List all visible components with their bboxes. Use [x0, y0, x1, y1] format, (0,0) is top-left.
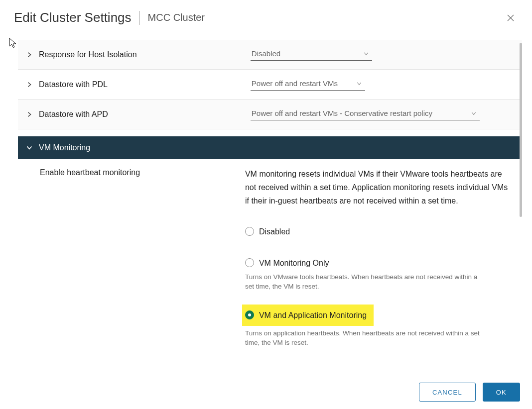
- section-label: Datastore with APD: [39, 110, 108, 119]
- section-datastore-apd: Datastore with APD Power off and restart…: [18, 100, 522, 129]
- section-host-isolation: Response for Host Isolation Disabled: [18, 40, 522, 70]
- select-pdl[interactable]: Power off and restart VMs: [251, 78, 365, 91]
- radio-item-vm-only: VM Monitoring Only Turns on VMware tools…: [245, 256, 513, 292]
- dialog-footer: CANCEL OK: [0, 375, 532, 409]
- select-value: Disabled: [252, 49, 280, 58]
- radio-vm-app[interactable]: VM and Application Monitoring: [245, 308, 367, 322]
- heartbeat-description: VM monitoring resets individual VMs if t…: [245, 167, 513, 208]
- vm-monitoring-body: Enable heartbeat monitoring VM monitorin…: [18, 159, 522, 358]
- spacer: [18, 129, 522, 136]
- chevron-right-icon: [26, 51, 33, 58]
- scrollbar[interactable]: [520, 43, 522, 217]
- value-cell: Disabled: [251, 48, 514, 61]
- radio-vm-only[interactable]: VM Monitoring Only: [245, 256, 513, 270]
- select-value: Power off and restart VMs: [252, 79, 338, 88]
- value-cell: Power off and restart VMs: [251, 78, 514, 91]
- highlight-selected: VM and Application Monitoring: [242, 305, 374, 326]
- value-cell: Power off and restart VMs - Conservative…: [251, 108, 514, 120]
- chevron-down-icon: [363, 51, 369, 57]
- section-toggle-host-isolation[interactable]: Response for Host Isolation: [26, 50, 251, 59]
- chevron-right-icon: [26, 111, 33, 118]
- select-value: Power off and restart VMs - Conservative…: [252, 109, 432, 117]
- dialog-header: Edit Cluster Settings MCC Cluster: [0, 0, 532, 32]
- section-label: VM Monitoring: [39, 143, 90, 152]
- chevron-down-icon: [471, 110, 477, 116]
- header-divider: [139, 11, 140, 25]
- section-datastore-pdl: Datastore with PDL Power off and restart…: [18, 70, 522, 100]
- dialog-title: Edit Cluster Settings: [14, 10, 132, 25]
- heartbeat-radio-group: Disabled VM Monitoring Only Turns on VMw…: [245, 225, 513, 348]
- heartbeat-label: Enable heartbeat monitoring: [40, 167, 245, 353]
- select-apd[interactable]: Power off and restart VMs - Conservative…: [251, 108, 480, 120]
- cluster-name: MCC Cluster: [148, 12, 205, 23]
- radio-item-vm-app: VM and Application Monitoring Turns on a…: [245, 305, 513, 348]
- radio-hint: Turns on application heartbeats. When he…: [245, 329, 484, 348]
- radio-icon-selected: [245, 310, 254, 319]
- section-toggle-apd[interactable]: Datastore with APD: [26, 110, 251, 119]
- settings-panel: Response for Host Isolation Disabled Dat…: [18, 40, 522, 371]
- heartbeat-content: VM monitoring resets individual VMs if t…: [245, 167, 517, 353]
- radio-hint: Turns on VMware tools heartbeats. When h…: [245, 273, 484, 292]
- radio-label: Disabled: [259, 225, 290, 238]
- chevron-right-icon: [26, 81, 33, 88]
- close-button[interactable]: [503, 10, 518, 25]
- section-label: Datastore with PDL: [39, 80, 108, 89]
- ok-button[interactable]: OK: [483, 383, 520, 402]
- section-vm-monitoring: VM Monitoring: [18, 136, 522, 159]
- chevron-down-icon: [26, 144, 33, 151]
- close-icon: [506, 13, 515, 22]
- radio-disabled[interactable]: Disabled: [245, 225, 513, 238]
- section-toggle-pdl[interactable]: Datastore with PDL: [26, 80, 251, 89]
- section-toggle-vm-monitoring[interactable]: VM Monitoring: [26, 143, 514, 152]
- radio-icon: [245, 258, 254, 267]
- radio-item-disabled: Disabled: [245, 225, 513, 238]
- radio-label: VM and Application Monitoring: [259, 308, 367, 322]
- radio-label: VM Monitoring Only: [259, 256, 329, 270]
- cancel-button[interactable]: CANCEL: [419, 383, 476, 402]
- radio-icon: [245, 227, 254, 236]
- section-label: Response for Host Isolation: [39, 50, 137, 59]
- chevron-down-icon: [356, 81, 362, 87]
- select-host-isolation[interactable]: Disabled: [251, 48, 372, 61]
